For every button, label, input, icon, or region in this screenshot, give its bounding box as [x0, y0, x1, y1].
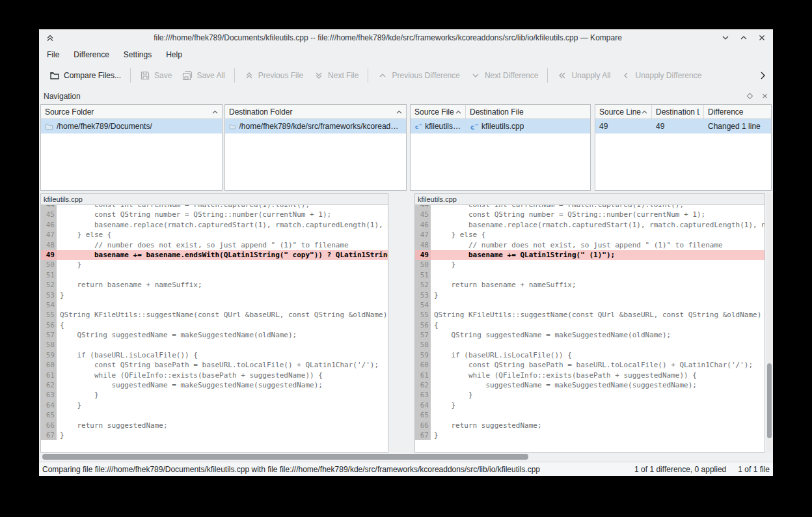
vertical-scrollbar[interactable]: [766, 193, 772, 453]
code-line: 52 return basename + nameSuffix;: [415, 280, 765, 290]
compare-files-label: Compare Files...: [64, 71, 121, 80]
line-text: }: [431, 430, 765, 440]
code-line: 55 QString KFileUtils::suggestName(const…: [41, 310, 388, 320]
line-text: {: [57, 320, 388, 330]
line-text: while (QFileInfo::exists(basePath + sugg…: [431, 370, 765, 380]
code-line: 61 while (QFileInfo::exists(basePath + s…: [41, 370, 388, 380]
source-code-view[interactable]: 44 const int currentNum = rmatch.capture…: [41, 205, 388, 452]
source-folder-row[interactable]: /home/fhek789/Documents/: [41, 119, 222, 133]
shade-icon[interactable]: [46, 33, 55, 42]
line-number: 45: [41, 210, 57, 219]
line-text: [431, 300, 765, 310]
line-text: if (baseURL.isLocalFile()) {: [431, 350, 765, 360]
close-dock-icon[interactable]: [761, 92, 768, 100]
line-number: 61: [415, 370, 431, 380]
folder-icon: [49, 70, 60, 81]
code-line: 52 return basename + nameSuffix;: [41, 280, 388, 290]
destination-folder-column-header[interactable]: Destination Folder: [225, 105, 406, 119]
source-line-column-header[interactable]: Source Line: [595, 105, 652, 119]
code-line: 53 }: [41, 290, 388, 300]
svg-text:c: c: [415, 123, 419, 130]
code-line: 64 }: [41, 400, 388, 410]
chevron-left-icon: [621, 70, 631, 81]
line-number: 57: [41, 330, 57, 340]
difference-header-label: Difference: [708, 107, 767, 117]
menu-difference[interactable]: Difference: [74, 50, 109, 59]
line-text: [57, 340, 388, 350]
unapply-difference-button[interactable]: Unapply Difference: [616, 66, 707, 85]
code-line: 50 }: [415, 260, 765, 270]
window-title: file:///home/fhek789/Documents/kfileutil…: [55, 33, 721, 42]
next-file-button[interactable]: Next File: [308, 66, 364, 85]
vertical-scrollbar-thumb[interactable]: [767, 363, 772, 438]
previous-difference-button[interactable]: Previous Difference: [372, 66, 465, 85]
navigation-tables: Source Folder /home/fhek789/Documents/ D…: [39, 104, 773, 191]
menu-help[interactable]: Help: [166, 50, 182, 59]
code-line: 44 const int currentNum = rmatch.capture…: [41, 205, 388, 210]
difference-column-header[interactable]: Difference: [704, 105, 771, 119]
save-button[interactable]: Save: [135, 66, 177, 85]
code-line: 55 QString KFileUtils::suggestName(const…: [415, 310, 765, 320]
next-difference-button[interactable]: Next Difference: [465, 66, 543, 85]
destination-diff-panel: kfileutils.cpp 44 const int currentNum =…: [414, 193, 765, 453]
previous-file-button[interactable]: Previous File: [239, 66, 308, 85]
destination-file-column-header[interactable]: Destination File: [466, 105, 590, 119]
code-line: 46 basename.replace(rmatch.capturedStart…: [415, 220, 765, 230]
difference-value: Changed 1 line: [708, 122, 761, 131]
horizontal-scrollbar[interactable]: [39, 453, 773, 462]
code-line: 47 } else {: [415, 230, 765, 240]
source-folder-column-header[interactable]: Source Folder: [41, 105, 222, 119]
line-number: 66: [415, 421, 431, 430]
line-text: return basename + nameSuffix;: [57, 280, 388, 290]
code-line: 48 // number does not exist, so just app…: [415, 240, 765, 250]
line-number: 50: [41, 260, 57, 270]
line-text: QString KFileUtils::suggestName(const QU…: [431, 310, 765, 320]
save-all-button[interactable]: Save All: [177, 66, 230, 85]
difference-row[interactable]: 49 49 Changed 1 line: [595, 119, 771, 133]
files-row[interactable]: c ++ kfileutils.cpp c ++ kfileutils.cpp: [411, 119, 590, 133]
line-number: 46: [415, 220, 431, 230]
line-number: 48: [415, 240, 431, 250]
source-folder-header-label: Source Folder: [45, 107, 212, 117]
code-line: 48 // number does not exist, so just app…: [41, 240, 388, 250]
line-number: 59: [415, 350, 431, 360]
line-text: [431, 340, 765, 350]
kompare-window: file:///home/fhek789/Documents/kfileutil…: [39, 29, 773, 476]
destination-code-view[interactable]: 44 const int currentNum = rmatch.capture…: [415, 205, 765, 452]
cpp-file-icon: c ++: [414, 122, 422, 131]
line-number: 47: [41, 230, 57, 240]
unapply-all-button[interactable]: Unapply All: [552, 66, 616, 85]
code-line: 58: [415, 340, 765, 350]
destination-folder-row[interactable]: /home/fhek789/kde/src/frameworks/kcoread…: [225, 119, 406, 133]
menu-file[interactable]: File: [47, 50, 59, 59]
horizontal-scrollbar-thumb[interactable]: [42, 454, 528, 460]
destination-line-column-header[interactable]: Destination Line: [652, 105, 704, 119]
line-text: // number does not exist, so just append…: [431, 240, 765, 250]
unapply-all-label: Unapply All: [571, 71, 610, 80]
minimize-button[interactable]: [721, 33, 730, 42]
line-text: const QString number = QString::number(c…: [431, 210, 765, 219]
line-number: 53: [415, 290, 431, 300]
line-text: }: [431, 400, 765, 410]
line-number: 54: [41, 300, 57, 310]
code-line: 45 const QString number = QString::numbe…: [41, 210, 388, 219]
svg-text:c: c: [470, 123, 475, 131]
menu-settings[interactable]: Settings: [124, 50, 152, 59]
line-text: }: [57, 400, 388, 410]
svg-text:+: +: [477, 122, 479, 126]
float-dock-icon[interactable]: [746, 92, 753, 100]
line-text: }: [57, 290, 388, 300]
toolbar-overflow-button[interactable]: [757, 70, 768, 81]
previous-file-label: Previous File: [258, 71, 303, 80]
maximize-button[interactable]: [739, 33, 748, 42]
source-diff-panel: kfileutils.cpp 44 const int currentNum =…: [40, 193, 388, 453]
line-text: basename.replace(rmatch.capturedStart(1)…: [57, 220, 388, 230]
compare-files-button[interactable]: Compare Files...: [44, 66, 126, 85]
source-file-column-header[interactable]: Source File: [411, 105, 466, 119]
destination-panel-title: kfileutils.cpp: [415, 194, 765, 205]
line-text: const int currentNum = rmatch.captured(1…: [57, 205, 388, 210]
files-table: Source File Destination File c ++ kfileu…: [410, 104, 591, 191]
line-number: 64: [415, 400, 431, 410]
close-button[interactable]: [757, 33, 766, 42]
line-number: 49: [41, 250, 57, 260]
